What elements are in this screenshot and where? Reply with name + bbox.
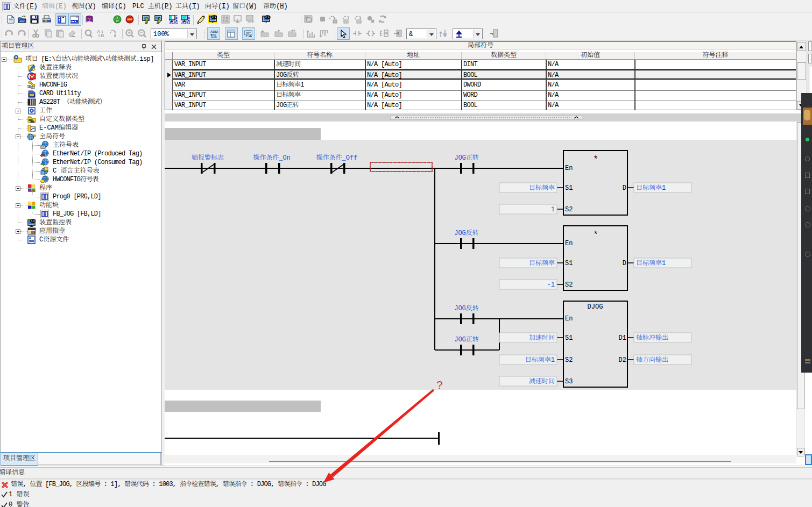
svg-text:?: ? [436,376,443,392]
